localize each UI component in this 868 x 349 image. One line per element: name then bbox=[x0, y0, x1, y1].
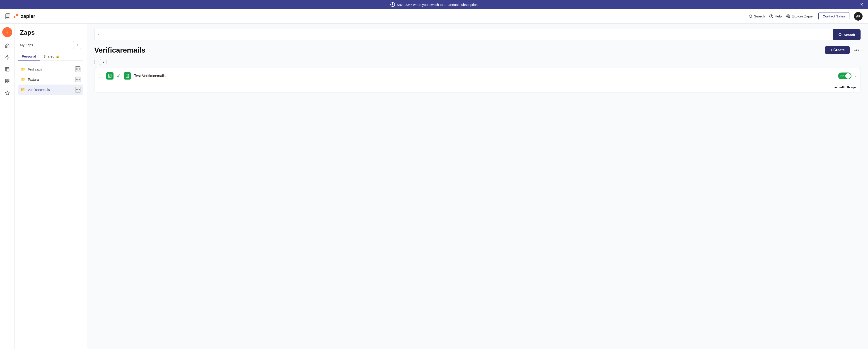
contact-sales-button[interactable]: Contact Sales bbox=[818, 12, 849, 20]
logo[interactable]: zapier bbox=[13, 13, 35, 19]
svg-marker-8 bbox=[5, 56, 9, 60]
svg-rect-1 bbox=[16, 14, 18, 16]
folder-icon-active: 📂 bbox=[21, 88, 25, 92]
promo-banner: ℹ Save 33% when you switch to an annual … bbox=[0, 0, 868, 9]
app-icon-sheets-2 bbox=[124, 72, 131, 80]
table-row: ✓ Test-Verificaremails On › bbox=[94, 68, 861, 84]
logo-text: zapier bbox=[21, 13, 35, 19]
header-actions: Search Help Explore Zapier Contact Sales… bbox=[749, 12, 863, 21]
list-item[interactable]: 📁 Textura ••• bbox=[18, 74, 83, 85]
svg-rect-14 bbox=[7, 79, 9, 81]
home-icon bbox=[5, 43, 10, 48]
search-button-label: Search bbox=[844, 33, 855, 37]
search-icon bbox=[749, 14, 753, 18]
lock-icon: 🔒 bbox=[56, 55, 59, 58]
sidebar-item-zaps[interactable] bbox=[2, 53, 12, 63]
folder-name: Textura bbox=[28, 77, 73, 82]
canvas-icon bbox=[5, 90, 10, 95]
svg-rect-0 bbox=[13, 16, 16, 18]
zap-toggle[interactable]: On bbox=[838, 72, 851, 79]
banner-link[interactable]: switch to an annual subscription bbox=[430, 3, 478, 7]
sheets-icon bbox=[108, 74, 112, 78]
tab-shared[interactable]: Shared 🔒 bbox=[40, 53, 63, 61]
sidebar-item-canvas[interactable] bbox=[2, 88, 12, 98]
my-zaps-row: My Zaps + bbox=[18, 41, 83, 49]
interface-icon bbox=[5, 78, 10, 84]
my-zaps-label: My Zaps bbox=[20, 43, 33, 47]
svg-rect-13 bbox=[5, 79, 6, 81]
toggle-label: On bbox=[840, 74, 844, 78]
table-icon bbox=[5, 67, 10, 72]
help-button[interactable]: Help bbox=[769, 14, 782, 18]
help-label: Help bbox=[775, 14, 782, 18]
svg-line-18 bbox=[841, 35, 841, 36]
folder-menu-button[interactable]: ••• bbox=[75, 76, 81, 82]
svg-point-17 bbox=[839, 33, 841, 36]
toggle-knob bbox=[845, 73, 851, 78]
svg-line-3 bbox=[751, 17, 752, 18]
menu-icon[interactable]: ☰ bbox=[5, 13, 10, 19]
folder-icon: 📁 bbox=[21, 77, 25, 82]
create-zap-button[interactable]: + Create bbox=[825, 46, 850, 54]
folder-menu-button[interactable]: ••• bbox=[75, 87, 81, 92]
svg-rect-16 bbox=[7, 82, 9, 83]
tab-shared-label: Shared bbox=[43, 54, 54, 58]
content-area: › Search Verificaremails + Create ••• ▾ bbox=[87, 24, 868, 349]
main-layout: + Zaps My Zaps + Personal bbox=[0, 24, 868, 349]
nav-sidebar: Zaps My Zaps + Personal Shared 🔒 📁 Test … bbox=[14, 24, 87, 349]
folder-list: 📁 Test zaps ••• 📁 Textura ••• 📂 Verifica… bbox=[18, 64, 83, 95]
banner-text: Save 33% when you bbox=[397, 3, 428, 7]
info-icon: ℹ bbox=[391, 2, 395, 7]
zap-card: ✓ Test-Verificaremails On › Last edit: 2… bbox=[94, 68, 861, 92]
folder-name-active: Verificaremails bbox=[28, 88, 73, 92]
search-input[interactable] bbox=[102, 29, 833, 40]
zap-meta: Last edit: 2h ago bbox=[94, 84, 861, 92]
sidebar-item-interfaces[interactable] bbox=[2, 76, 12, 86]
sidebar-title: Zaps bbox=[18, 29, 83, 36]
tab-personal-label: Personal bbox=[22, 54, 36, 58]
app-icon-sheets bbox=[106, 72, 114, 80]
folder-icon: 📁 bbox=[21, 67, 25, 71]
plus-icon: + bbox=[5, 29, 9, 35]
page-title: Verificaremails bbox=[94, 46, 146, 54]
sheets-icon-2 bbox=[125, 74, 129, 78]
help-icon bbox=[769, 14, 773, 18]
add-folder-button[interactable]: + bbox=[73, 41, 81, 49]
search-button[interactable]: Search bbox=[749, 14, 765, 18]
zap-checkbox[interactable] bbox=[99, 74, 103, 78]
search-submit-button[interactable]: Search bbox=[833, 29, 861, 40]
last-edit-label: Last edit: bbox=[833, 86, 846, 89]
sidebar-item-tables[interactable] bbox=[2, 64, 12, 74]
explore-label: Explore Zapier bbox=[792, 14, 814, 18]
banner-close-button[interactable]: ✕ bbox=[860, 2, 864, 7]
select-dropdown-button[interactable]: ▾ bbox=[100, 59, 106, 65]
select-row: ▾ bbox=[94, 59, 861, 65]
icon-sidebar: + bbox=[0, 24, 14, 349]
zap-icon bbox=[5, 55, 10, 60]
sidebar-item-home[interactable] bbox=[2, 41, 12, 51]
zap-name: Test-Verificaremails bbox=[134, 74, 835, 78]
list-item[interactable]: 📂 Verificaremails ••• bbox=[18, 85, 83, 95]
svg-point-2 bbox=[749, 15, 752, 18]
search-bar: › Search bbox=[94, 29, 861, 40]
header: ☰ zapier Search Help Explore Zapier Cont… bbox=[0, 9, 868, 24]
search-chevron[interactable]: › bbox=[94, 29, 102, 40]
zap-expand-chevron[interactable]: › bbox=[855, 74, 856, 78]
logo-icon bbox=[13, 14, 20, 19]
avatar[interactable]: AP bbox=[854, 12, 863, 21]
page-header-actions: + Create ••• bbox=[825, 46, 861, 54]
checkmark-icon: ✓ bbox=[117, 73, 121, 78]
search-label: Search bbox=[754, 14, 765, 18]
last-edit-value: 2h ago bbox=[846, 86, 856, 89]
svg-rect-9 bbox=[5, 67, 9, 71]
more-options-button[interactable]: ••• bbox=[852, 46, 861, 54]
folder-menu-button[interactable]: ••• bbox=[75, 66, 81, 72]
select-all-checkbox[interactable] bbox=[94, 60, 98, 64]
search-icon bbox=[838, 33, 842, 36]
list-item[interactable]: 📁 Test zaps ••• bbox=[18, 64, 83, 74]
plus-icon: + bbox=[76, 42, 79, 47]
create-button[interactable]: + bbox=[2, 27, 12, 37]
explore-button[interactable]: Explore Zapier bbox=[786, 14, 814, 18]
tabs: Personal Shared 🔒 bbox=[18, 53, 83, 61]
tab-personal[interactable]: Personal bbox=[18, 53, 40, 61]
